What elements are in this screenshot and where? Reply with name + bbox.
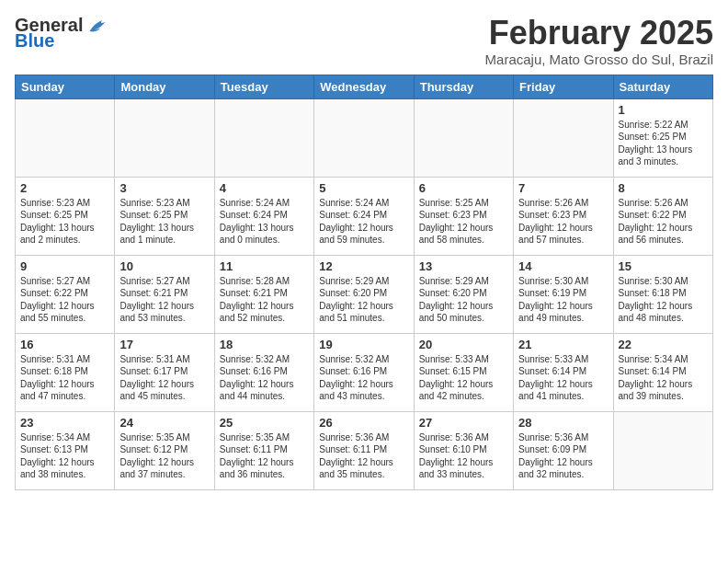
day-info: Sunrise: 5:24 AM Sunset: 6:24 PM Dayligh… bbox=[220, 197, 309, 247]
day-info: Sunrise: 5:35 AM Sunset: 6:11 PM Dayligh… bbox=[220, 431, 309, 481]
day-info: Sunrise: 5:27 AM Sunset: 6:21 PM Dayligh… bbox=[119, 275, 209, 325]
calendar-table: SundayMondayTuesdayWednesdayThursdayFrid… bbox=[15, 75, 713, 490]
weekday-header-thursday: Thursday bbox=[414, 75, 513, 98]
day-number: 19 bbox=[319, 338, 408, 351]
weekday-header-friday: Friday bbox=[514, 75, 613, 98]
day-number: 5 bbox=[319, 181, 408, 195]
calendar-cell bbox=[613, 411, 712, 489]
day-info: Sunrise: 5:23 AM Sunset: 6:25 PM Dayligh… bbox=[119, 197, 209, 247]
day-number: 14 bbox=[518, 259, 608, 273]
calendar-cell: 8Sunrise: 5:26 AM Sunset: 6:22 PM Daylig… bbox=[613, 177, 712, 255]
calendar-cell: 18Sunrise: 5:32 AM Sunset: 6:16 PM Dayli… bbox=[214, 333, 313, 411]
day-number: 16 bbox=[20, 338, 109, 351]
logo-blue-text: Blue bbox=[15, 30, 54, 52]
calendar-cell: 3Sunrise: 5:23 AM Sunset: 6:25 PM Daylig… bbox=[115, 177, 214, 255]
day-info: Sunrise: 5:33 AM Sunset: 6:15 PM Dayligh… bbox=[419, 353, 508, 403]
calendar-cell: 24Sunrise: 5:35 AM Sunset: 6:12 PM Dayli… bbox=[115, 411, 214, 489]
day-info: Sunrise: 5:34 AM Sunset: 6:13 PM Dayligh… bbox=[20, 431, 109, 481]
day-info: Sunrise: 5:34 AM Sunset: 6:14 PM Dayligh… bbox=[619, 353, 708, 403]
weekday-header-saturday: Saturday bbox=[613, 75, 712, 98]
logo: General Blue bbox=[15, 15, 108, 52]
calendar-week-row: 1Sunrise: 5:22 AM Sunset: 6:25 PM Daylig… bbox=[16, 98, 713, 177]
day-info: Sunrise: 5:30 AM Sunset: 6:18 PM Dayligh… bbox=[619, 275, 708, 325]
calendar-cell: 13Sunrise: 5:29 AM Sunset: 6:20 PM Dayli… bbox=[414, 255, 513, 333]
calendar-cell: 15Sunrise: 5:30 AM Sunset: 6:18 PM Dayli… bbox=[613, 255, 712, 333]
day-number: 22 bbox=[619, 338, 708, 351]
day-info: Sunrise: 5:32 AM Sunset: 6:16 PM Dayligh… bbox=[319, 353, 408, 403]
day-number: 17 bbox=[119, 338, 209, 351]
weekday-header-monday: Monday bbox=[115, 75, 214, 98]
day-info: Sunrise: 5:26 AM Sunset: 6:23 PM Dayligh… bbox=[518, 197, 608, 247]
calendar-cell: 2Sunrise: 5:23 AM Sunset: 6:25 PM Daylig… bbox=[16, 177, 115, 255]
day-number: 25 bbox=[220, 416, 309, 430]
day-number: 6 bbox=[419, 181, 508, 195]
day-info: Sunrise: 5:29 AM Sunset: 6:20 PM Dayligh… bbox=[319, 275, 408, 325]
calendar-cell: 19Sunrise: 5:32 AM Sunset: 6:16 PM Dayli… bbox=[314, 333, 414, 411]
calendar-cell bbox=[115, 98, 214, 177]
day-number: 13 bbox=[419, 259, 508, 273]
day-number: 20 bbox=[419, 338, 508, 351]
calendar-week-row: 23Sunrise: 5:34 AM Sunset: 6:13 PM Dayli… bbox=[16, 411, 713, 489]
calendar-cell: 17Sunrise: 5:31 AM Sunset: 6:17 PM Dayli… bbox=[115, 333, 214, 411]
day-info: Sunrise: 5:32 AM Sunset: 6:16 PM Dayligh… bbox=[220, 353, 309, 403]
day-number: 26 bbox=[319, 416, 408, 430]
day-number: 3 bbox=[119, 181, 209, 195]
calendar-cell: 26Sunrise: 5:36 AM Sunset: 6:11 PM Dayli… bbox=[314, 411, 414, 489]
calendar-cell: 9Sunrise: 5:27 AM Sunset: 6:22 PM Daylig… bbox=[16, 255, 115, 333]
calendar-cell bbox=[214, 98, 313, 177]
calendar-cell: 22Sunrise: 5:34 AM Sunset: 6:14 PM Dayli… bbox=[613, 333, 712, 411]
day-number: 2 bbox=[20, 181, 109, 195]
day-info: Sunrise: 5:33 AM Sunset: 6:14 PM Dayligh… bbox=[518, 353, 608, 403]
calendar-cell: 10Sunrise: 5:27 AM Sunset: 6:21 PM Dayli… bbox=[115, 255, 214, 333]
day-number: 23 bbox=[20, 416, 109, 430]
day-number: 15 bbox=[619, 259, 708, 273]
day-number: 9 bbox=[20, 259, 109, 273]
calendar-cell: 23Sunrise: 5:34 AM Sunset: 6:13 PM Dayli… bbox=[16, 411, 115, 489]
calendar-cell: 21Sunrise: 5:33 AM Sunset: 6:14 PM Dayli… bbox=[514, 333, 613, 411]
calendar-cell: 7Sunrise: 5:26 AM Sunset: 6:23 PM Daylig… bbox=[514, 177, 613, 255]
calendar-cell: 16Sunrise: 5:31 AM Sunset: 6:18 PM Dayli… bbox=[16, 333, 115, 411]
calendar-cell bbox=[16, 98, 115, 177]
day-info: Sunrise: 5:26 AM Sunset: 6:22 PM Dayligh… bbox=[619, 197, 708, 247]
day-number: 1 bbox=[619, 103, 708, 117]
day-number: 18 bbox=[220, 338, 309, 351]
day-number: 24 bbox=[119, 416, 209, 430]
day-info: Sunrise: 5:36 AM Sunset: 6:11 PM Dayligh… bbox=[319, 431, 408, 481]
location-subtitle: Maracaju, Mato Grosso do Sul, Brazil bbox=[485, 52, 713, 67]
month-year-title: February 2025 bbox=[485, 15, 713, 52]
day-info: Sunrise: 5:25 AM Sunset: 6:23 PM Dayligh… bbox=[419, 197, 508, 247]
calendar-cell: 14Sunrise: 5:30 AM Sunset: 6:19 PM Dayli… bbox=[514, 255, 613, 333]
day-number: 27 bbox=[419, 416, 508, 430]
day-number: 28 bbox=[518, 416, 608, 430]
weekday-header-sunday: Sunday bbox=[16, 75, 115, 98]
calendar-cell: 28Sunrise: 5:36 AM Sunset: 6:09 PM Dayli… bbox=[514, 411, 613, 489]
calendar-cell bbox=[314, 98, 414, 177]
logo-bird-icon bbox=[86, 17, 108, 35]
day-info: Sunrise: 5:31 AM Sunset: 6:18 PM Dayligh… bbox=[20, 353, 109, 403]
day-info: Sunrise: 5:28 AM Sunset: 6:21 PM Dayligh… bbox=[220, 275, 309, 325]
day-number: 10 bbox=[119, 259, 209, 273]
weekday-header-tuesday: Tuesday bbox=[214, 75, 313, 98]
day-number: 21 bbox=[518, 338, 608, 351]
day-info: Sunrise: 5:31 AM Sunset: 6:17 PM Dayligh… bbox=[119, 353, 209, 403]
day-info: Sunrise: 5:24 AM Sunset: 6:24 PM Dayligh… bbox=[319, 197, 408, 247]
calendar-cell: 11Sunrise: 5:28 AM Sunset: 6:21 PM Dayli… bbox=[214, 255, 313, 333]
day-info: Sunrise: 5:23 AM Sunset: 6:25 PM Dayligh… bbox=[20, 197, 109, 247]
day-info: Sunrise: 5:29 AM Sunset: 6:20 PM Dayligh… bbox=[419, 275, 508, 325]
calendar-cell: 5Sunrise: 5:24 AM Sunset: 6:24 PM Daylig… bbox=[314, 177, 414, 255]
day-number: 11 bbox=[220, 259, 309, 273]
calendar-week-row: 2Sunrise: 5:23 AM Sunset: 6:25 PM Daylig… bbox=[16, 177, 713, 255]
page-header: General Blue February 2025 Maracaju, Mat… bbox=[15, 15, 713, 67]
calendar-cell: 25Sunrise: 5:35 AM Sunset: 6:11 PM Dayli… bbox=[214, 411, 313, 489]
weekday-header-wednesday: Wednesday bbox=[314, 75, 414, 98]
title-block: February 2025 Maracaju, Mato Grosso do S… bbox=[485, 15, 713, 67]
day-number: 4 bbox=[220, 181, 309, 195]
calendar-week-row: 9Sunrise: 5:27 AM Sunset: 6:22 PM Daylig… bbox=[16, 255, 713, 333]
calendar-cell: 27Sunrise: 5:36 AM Sunset: 6:10 PM Dayli… bbox=[414, 411, 513, 489]
day-info: Sunrise: 5:22 AM Sunset: 6:25 PM Dayligh… bbox=[619, 119, 708, 168]
calendar-cell: 20Sunrise: 5:33 AM Sunset: 6:15 PM Dayli… bbox=[414, 333, 513, 411]
day-info: Sunrise: 5:35 AM Sunset: 6:12 PM Dayligh… bbox=[119, 431, 209, 481]
day-info: Sunrise: 5:27 AM Sunset: 6:22 PM Dayligh… bbox=[20, 275, 109, 325]
weekday-header-row: SundayMondayTuesdayWednesdayThursdayFrid… bbox=[16, 75, 713, 98]
calendar-cell bbox=[514, 98, 613, 177]
